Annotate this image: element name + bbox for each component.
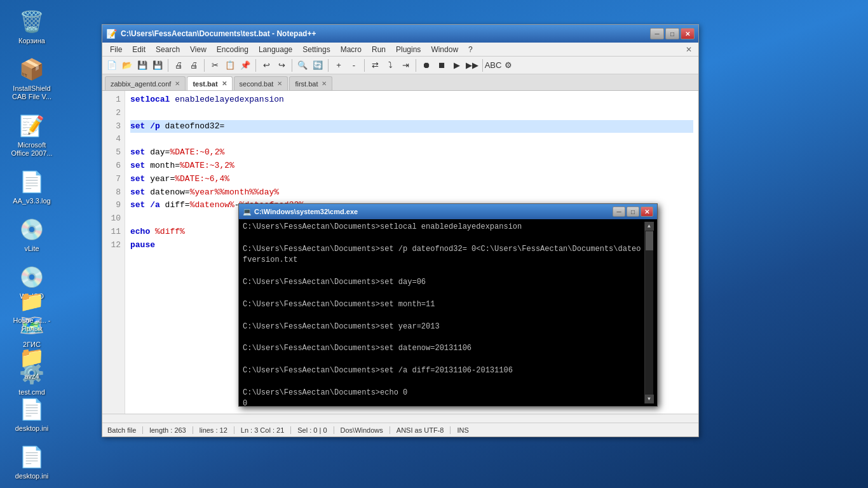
menu-language[interactable]: Language [254,44,297,55]
tab-zabbix-label: zabbix_agentd.conf [111,80,171,88]
close-button[interactable]: ✕ [681,28,695,39]
icon-desktop-ini-1[interactable]: 📄 desktop.ini [6,394,57,435]
menu-run[interactable]: Run [367,44,391,55]
toolbar-macro-record[interactable]: ⏺ [419,58,433,72]
toolbar-paste[interactable]: 📌 [238,58,252,72]
toolbar-undo[interactable]: ↩ [259,58,273,72]
toolbar-separator-6 [364,59,365,72]
tab-test-bat-label: test.bat [193,80,217,88]
menu-view[interactable]: View [185,44,212,55]
cmd-scroll-thumb[interactable] [646,231,653,250]
toolbar-print[interactable]: 🖨 [172,58,186,72]
installshield-icon: 📦 [19,57,44,82]
menu-macro[interactable]: Macro [336,44,367,55]
maximize-button[interactable]: □ [665,28,679,39]
icon-desktop-ini-2[interactable]: 📄 desktop.ini [6,442,57,483]
minimize-button[interactable]: ─ [650,28,664,39]
ms-office-label: Microsoft Office 2007... [9,141,55,158]
toolbar-zoom-in[interactable]: + [332,58,346,72]
cmd-title-icon: 💻 [243,208,252,216]
cmd-scrollbar[interactable]: ▲ ▼ [644,222,653,403]
menu-close-x[interactable]: ✕ [682,44,696,55]
toolbar-macro-play[interactable]: ▶ [450,58,464,72]
icon-installshield[interactable]: 📦 InstallShield CAB File V... [6,54,57,104]
cmd-scroll-down[interactable]: ▼ [645,395,654,403]
toolbar: 📄 📂 💾 💾 🖨 🖨 ✂ 📋 📌 ↩ ↪ 🔍 🔄 + - ⇄ ⤵ ⇥ ⏺ ⏹ … [102,57,698,74]
tab-second-bat[interactable]: second.bat ✕ [234,76,288,90]
cmd-content: C:\Users\FessAectan\Documents>setlocal e… [239,219,657,406]
title-controls: ─ □ ✕ [650,28,695,39]
toolbar-separator-5 [328,59,329,72]
toolbar-indent[interactable]: ⇥ [398,58,412,72]
status-file-type: Batch file [107,426,143,434]
toolbar-find[interactable]: 🔍 [295,58,309,72]
notepad-title-text: C:\Users\FessAectan\Documents\test.bat -… [121,29,316,38]
icon-recycle-bin[interactable]: 🗑️ Корзина [6,6,57,48]
cmd-scroll-track [645,231,653,395]
icon-avz4[interactable]: 📁 avz4 [6,342,57,383]
menu-window[interactable]: Window [426,44,463,55]
avz4-icon: 📁 [19,344,44,370]
cmd-maximize-button[interactable]: □ [627,207,639,217]
novoe-folder-icon: 📁 [19,288,44,314]
installshield-label: InstallShield CAB File V... [9,85,55,101]
tab-second-bat-label: second.bat [240,80,274,88]
menu-encoding[interactable]: Encoding [212,44,254,55]
tab-test-bat-close[interactable]: ✕ [222,80,227,87]
menu-search[interactable]: Search [151,44,185,55]
status-length: length : 263 [143,426,193,434]
icon-novoe-folder[interactable]: 📁 Новое_к... - Ярлык [6,286,57,336]
tab-first-bat-close[interactable]: ✕ [322,80,327,87]
toolbar-replace[interactable]: 🔄 [311,58,325,72]
novoe-folder-label: Новое_к... - Ярлык [9,316,55,333]
toolbar-macro-run[interactable]: ▶▶ [465,58,479,72]
toolbar-cut[interactable]: ✂ [208,58,222,72]
status-line-ending: Dos\Windows [334,426,390,434]
cmd-minimize-button[interactable]: ─ [613,207,625,217]
cmd-controls: ─ □ ✕ [613,207,653,217]
menu-help[interactable]: ? [463,44,478,55]
icon-ms-office[interactable]: 📝 Microsoft Office 2007... [6,111,57,160]
toolbar-wordwrap[interactable]: ⤵ [383,58,397,72]
toolbar-spell[interactable]: ABC [486,58,500,72]
menu-plugins[interactable]: Plugins [391,44,426,55]
toolbar-macro-stop[interactable]: ⏹ [435,58,449,72]
tab-test-bat[interactable]: test.bat ✕ [187,76,232,90]
tab-bar: zabbix_agentd.conf ✕ test.bat ✕ second.b… [102,74,698,91]
cmd-window: 💻 C:\Windows\system32\cmd.exe ─ □ ✕ C:\U… [238,203,658,407]
icon-aa-log[interactable]: 📄 AA_v3.3.log [6,166,57,208]
toolbar-redo[interactable]: ↪ [275,58,288,72]
recycle-bin-icon: 🗑️ [19,9,44,34]
toolbar-sync[interactable]: ⇄ [368,58,382,72]
desktop-ini-label-1: desktop.ini [15,424,49,433]
tab-first-bat[interactable]: first.bat ✕ [289,76,332,90]
menu-settings[interactable]: Settings [297,44,335,55]
menu-file[interactable]: File [105,44,127,55]
desktop-ini-label-2: desktop.ini [15,472,49,480]
toolbar-save-all[interactable]: 💾 [151,58,165,72]
tab-zabbix[interactable]: zabbix_agentd.conf ✕ [105,76,186,90]
menu-edit[interactable]: Edit [127,44,151,55]
horizontal-scrollbar[interactable] [102,414,698,423]
cmd-title-bar: 💻 C:\Windows\system32\cmd.exe ─ □ ✕ [239,204,657,219]
toolbar-print2[interactable]: 🖨 [187,58,201,72]
toolbar-save[interactable]: 💾 [135,58,149,72]
toolbar-separator-1 [168,59,168,72]
cmd-text: C:\Users\FessAectan\Documents>setlocal e… [243,222,644,403]
notepad-app-icon: 📝 [106,29,117,39]
toolbar-open[interactable]: 📂 [120,58,134,72]
cmd-scroll-up[interactable]: ▲ [645,222,654,231]
status-lines: lines : 12 [193,426,234,434]
notepad-title-bar: 📝 C:\Users\FessAectan\Documents\test.bat… [102,25,698,43]
tab-second-bat-close[interactable]: ✕ [277,80,282,87]
icon-vlite[interactable]: 💿 vLite [6,214,57,255]
toolbar-copy[interactable]: 📋 [223,58,237,72]
toolbar-new[interactable]: 📄 [105,58,119,72]
toolbar-zoom-out[interactable]: - [347,58,361,72]
aa-log-label: AA_v3.3.log [13,197,50,205]
cmd-title-text: C:\Windows\system32\cmd.exe [254,208,358,215]
tab-zabbix-close[interactable]: ✕ [175,80,180,87]
toolbar-extra[interactable]: ⚙ [501,58,515,72]
cmd-close-button[interactable]: ✕ [641,207,653,217]
toolbar-separator-7 [416,59,416,72]
